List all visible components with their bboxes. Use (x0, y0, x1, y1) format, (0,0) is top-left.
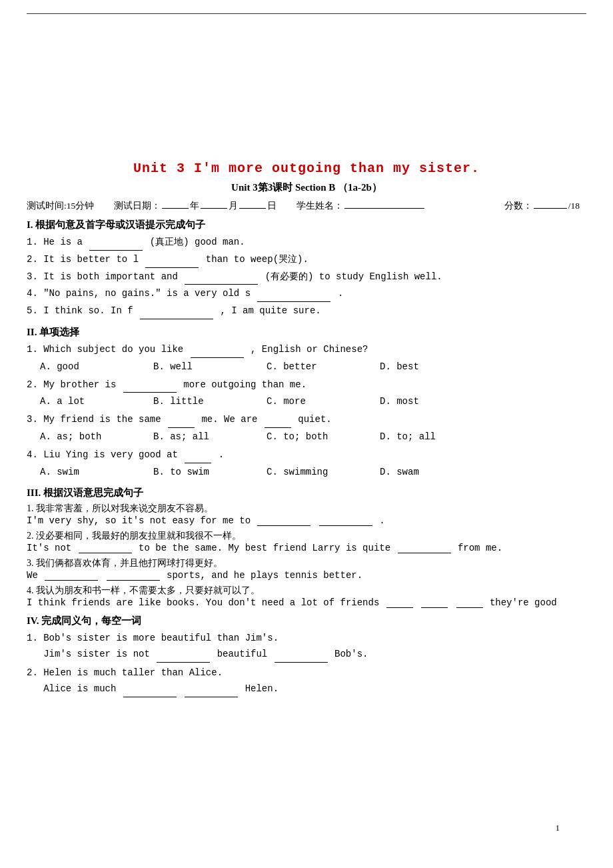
section4-questions: 1. Bob's sister is more beautiful than J… (27, 631, 586, 697)
opt-2-2-d: D. most (380, 394, 473, 410)
score-label: 分数： (504, 200, 532, 212)
blank-2-1[interactable] (191, 348, 244, 358)
q2-3: 3. My friend is the same me. We are quie… (27, 412, 586, 428)
blank-3-1a[interactable] (257, 516, 310, 526)
top-divider (27, 13, 586, 14)
opt-2-4-d: D. swam (380, 465, 473, 481)
section3-questions: 1. 我非常害羞，所以对我来说交朋友不容易。 I'm very shy, so … (27, 503, 586, 608)
sub-title: Unit 3第3课时 Section B （1a-2b） (27, 181, 586, 194)
opt-2-2-c: C. more (267, 394, 360, 410)
blank-4-2a[interactable] (123, 687, 177, 697)
q1-5: 5. I think so. In f , I am quite sure. (27, 303, 586, 319)
opt-2-3-d: D. to; all (380, 429, 473, 445)
score-info: 分数： /18 (504, 198, 580, 212)
month-label: 月 (229, 200, 238, 212)
main-title: Unit 3 I'm more outgoing than my sister. (27, 161, 586, 176)
blank-3-2b[interactable] (398, 543, 451, 553)
blank-3-3b[interactable] (107, 571, 160, 581)
info-row: 测试时间:15分钟 测试日期： 年 月 日 学生姓名： 分数： /18 (27, 198, 586, 212)
opt-2-3-b: B. as; all (153, 429, 247, 445)
opt-2-4-b: B. to swim (153, 465, 247, 481)
section2-heading: II. 单项选择 (27, 326, 586, 339)
blank-3-4b[interactable] (421, 598, 448, 608)
blank-2-3a[interactable] (168, 418, 195, 428)
blank-3-4a[interactable] (386, 598, 413, 608)
q1-4: 4. "No pains, no gains." is a very old s… (27, 286, 586, 302)
day-label: 日 (267, 200, 277, 212)
blank-1-1[interactable] (89, 241, 143, 251)
score-field[interactable] (534, 198, 567, 209)
q1-1: 1. He is a (真正地) good man. (27, 235, 586, 251)
q1-2: 2. It is better to l than to weep(哭泣). (27, 252, 586, 268)
q1-3: 3. It is both important and (有必要的) to st… (27, 269, 586, 285)
blank-3-1b[interactable] (319, 516, 372, 526)
q2-4: 4. Liu Ying is very good at . (27, 447, 586, 463)
page-number: 1 (556, 823, 560, 833)
opt-2-3-c: C. to; both (267, 429, 360, 445)
q3-2: 2. 没必要相同，我最好的朋友拉里就和我很不一样。 It's not to be… (27, 530, 586, 553)
opt-2-4-c: C. swimming (267, 465, 360, 481)
blank-2-3b[interactable] (265, 418, 291, 428)
blank-1-3[interactable] (185, 275, 258, 285)
blank-4-1b[interactable] (275, 653, 328, 663)
year-field[interactable] (162, 198, 189, 209)
opt-2-1-d: D. best (380, 359, 473, 375)
q4-1: 1. Bob's sister is more beautiful than J… (27, 631, 586, 663)
section1-questions: 1. He is a (真正地) good man. 2. It is bett… (27, 235, 586, 319)
month-field[interactable] (201, 198, 227, 209)
q2-2: 2. My brother is more outgoing than me. (27, 377, 586, 393)
section2-questions: 1. Which subject do you like , English o… (27, 342, 586, 480)
blank-4-1a[interactable] (157, 653, 210, 663)
q2-1-options: A. good B. well C. better D. best (40, 359, 586, 375)
blank-2-4[interactable] (185, 453, 211, 463)
blank-1-2[interactable] (145, 258, 199, 268)
blank-3-3a[interactable] (45, 571, 98, 581)
day-field[interactable] (239, 198, 266, 209)
time-label: 测试时间:15分钟 (27, 200, 94, 212)
q3-4: 4. 我认为朋友和书一样，不需要太多，只要好就可以了。 I think frie… (27, 585, 586, 608)
q3-3: 3. 我们俩都喜欢体育，并且他打网球打得更好。 We sports, and h… (27, 557, 586, 581)
section3-heading: III. 根据汉语意思完成句子 (27, 487, 586, 499)
q2-1: 1. Which subject do you like , English o… (27, 342, 586, 358)
date-info: 测试日期： 年 月 日 (114, 198, 277, 212)
opt-2-1-a: A. good (40, 359, 133, 375)
q2-2-options: A. a lot B. little C. more D. most (40, 394, 586, 410)
section1-heading: I. 根据句意及首字母或汉语提示完成句子 (27, 219, 586, 231)
blank-3-4c[interactable] (456, 598, 483, 608)
q3-1: 1. 我非常害羞，所以对我来说交朋友不容易。 I'm very shy, so … (27, 503, 586, 526)
name-field[interactable] (344, 198, 424, 209)
blank-2-2[interactable] (123, 383, 177, 393)
name-info: 学生姓名： (297, 198, 426, 212)
score-suffix: /18 (568, 201, 580, 211)
opt-2-2-a: A. a lot (40, 394, 133, 410)
opt-2-1-c: C. better (267, 359, 360, 375)
blank-1-5[interactable] (140, 309, 213, 319)
year-label: 年 (190, 200, 199, 212)
blank-4-2b[interactable] (185, 687, 238, 697)
blank-3-2a[interactable] (79, 543, 132, 553)
date-label: 测试日期： (114, 200, 161, 212)
opt-2-1-b: B. well (153, 359, 247, 375)
blank-1-4[interactable] (257, 292, 330, 302)
q4-2: 2. Helen is much taller than Alice. Alic… (27, 665, 586, 697)
opt-2-4-a: A. swim (40, 465, 133, 481)
opt-2-3-a: A. as; both (40, 429, 133, 445)
q2-3-options: A. as; both B. as; all C. to; both D. to… (40, 429, 586, 445)
name-label: 学生姓名： (297, 200, 343, 212)
time-info: 测试时间:15分钟 (27, 200, 94, 212)
section4-heading: IV. 完成同义句，每空一词 (27, 615, 586, 627)
q2-4-options: A. swim B. to swim C. swimming D. swam (40, 465, 586, 481)
opt-2-2-b: B. little (153, 394, 247, 410)
